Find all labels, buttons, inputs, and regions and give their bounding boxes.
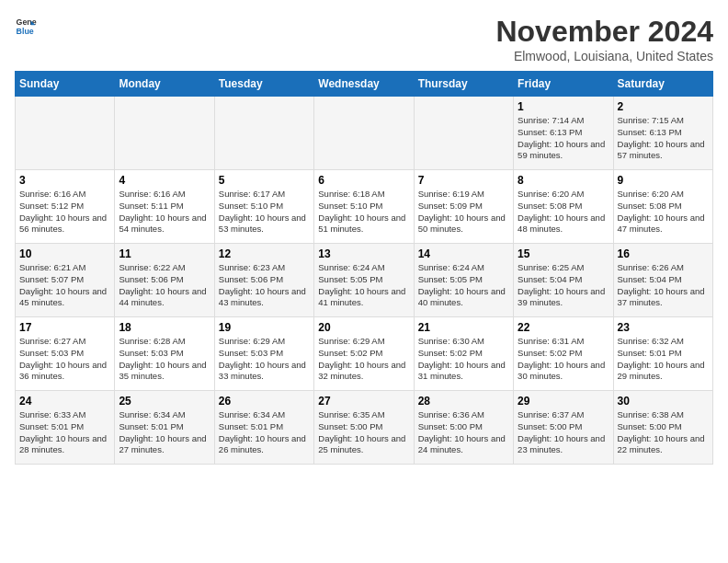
day-details: Sunrise: 6:24 AM Sunset: 5:05 PM Dayligh… (418, 262, 509, 309)
day-number: 9 (618, 174, 709, 187)
day-details: Sunrise: 6:18 AM Sunset: 5:10 PM Dayligh… (318, 189, 409, 236)
day-number: 28 (418, 395, 509, 408)
day-number: 27 (318, 395, 409, 408)
calendar-cell: 21Sunrise: 6:30 AM Sunset: 5:02 PM Dayli… (414, 317, 513, 391)
day-number: 20 (318, 321, 409, 334)
calendar-cell: 24Sunrise: 6:33 AM Sunset: 5:01 PM Dayli… (16, 391, 115, 465)
header: General Blue November 2024 Elmwood, Loui… (15, 15, 713, 63)
weekday-header-friday: Friday (514, 72, 613, 97)
day-details: Sunrise: 6:17 AM Sunset: 5:10 PM Dayligh… (219, 189, 310, 236)
day-number: 3 (19, 174, 110, 187)
calendar-cell: 28Sunrise: 6:36 AM Sunset: 5:00 PM Dayli… (414, 391, 513, 465)
calendar-cell: 10Sunrise: 6:21 AM Sunset: 5:07 PM Dayli… (16, 244, 115, 317)
svg-text:Blue: Blue (17, 27, 34, 36)
day-details: Sunrise: 6:29 AM Sunset: 5:03 PM Dayligh… (219, 336, 310, 383)
calendar-week-row: 3Sunrise: 6:16 AM Sunset: 5:12 PM Daylig… (16, 170, 713, 244)
calendar-cell: 2Sunrise: 7:15 AM Sunset: 6:13 PM Daylig… (613, 97, 712, 170)
day-details: Sunrise: 6:21 AM Sunset: 5:07 PM Dayligh… (19, 262, 110, 309)
calendar-cell: 22Sunrise: 6:31 AM Sunset: 5:02 PM Dayli… (514, 317, 613, 391)
title-area: November 2024 Elmwood, Louisiana, United… (495, 15, 713, 63)
day-details: Sunrise: 6:20 AM Sunset: 5:08 PM Dayligh… (518, 189, 609, 236)
day-details: Sunrise: 6:30 AM Sunset: 5:02 PM Dayligh… (418, 336, 509, 383)
calendar-cell (214, 97, 313, 170)
month-title: November 2024 (495, 15, 713, 49)
weekday-header-thursday: Thursday (414, 72, 513, 97)
calendar-table: SundayMondayTuesdayWednesdayThursdayFrid… (15, 71, 713, 465)
day-number: 16 (618, 247, 709, 260)
day-details: Sunrise: 6:22 AM Sunset: 5:06 PM Dayligh… (119, 262, 210, 309)
day-number: 8 (518, 174, 609, 187)
day-number: 14 (418, 247, 509, 260)
day-details: Sunrise: 6:28 AM Sunset: 5:03 PM Dayligh… (119, 336, 210, 383)
day-details: Sunrise: 6:35 AM Sunset: 5:00 PM Dayligh… (318, 409, 409, 456)
day-details: Sunrise: 6:16 AM Sunset: 5:12 PM Dayligh… (19, 189, 110, 236)
calendar-cell: 14Sunrise: 6:24 AM Sunset: 5:05 PM Dayli… (414, 244, 513, 317)
day-details: Sunrise: 6:36 AM Sunset: 5:00 PM Dayligh… (418, 409, 509, 456)
calendar-week-row: 1Sunrise: 7:14 AM Sunset: 6:13 PM Daylig… (16, 97, 713, 170)
calendar-cell: 6Sunrise: 6:18 AM Sunset: 5:10 PM Daylig… (314, 170, 414, 244)
calendar-cell: 17Sunrise: 6:27 AM Sunset: 5:03 PM Dayli… (16, 317, 115, 391)
calendar-cell: 15Sunrise: 6:25 AM Sunset: 5:04 PM Dayli… (514, 244, 613, 317)
day-details: Sunrise: 6:25 AM Sunset: 5:04 PM Dayligh… (518, 262, 609, 309)
calendar-week-row: 10Sunrise: 6:21 AM Sunset: 5:07 PM Dayli… (16, 244, 713, 317)
day-number: 7 (418, 174, 509, 187)
day-number: 13 (318, 247, 409, 260)
weekday-header-row: SundayMondayTuesdayWednesdayThursdayFrid… (16, 72, 713, 97)
day-details: Sunrise: 6:24 AM Sunset: 5:05 PM Dayligh… (318, 262, 409, 309)
day-number: 25 (119, 395, 210, 408)
weekday-header-sunday: Sunday (16, 72, 115, 97)
day-details: Sunrise: 6:20 AM Sunset: 5:08 PM Dayligh… (618, 189, 709, 236)
location-subtitle: Elmwood, Louisiana, United States (495, 49, 713, 63)
day-number: 6 (318, 174, 409, 187)
day-details: Sunrise: 6:16 AM Sunset: 5:11 PM Dayligh… (119, 189, 210, 236)
day-number: 10 (19, 247, 110, 260)
weekday-header-tuesday: Tuesday (214, 72, 313, 97)
day-number: 26 (219, 395, 310, 408)
day-number: 23 (618, 321, 709, 334)
calendar-cell: 25Sunrise: 6:34 AM Sunset: 5:01 PM Dayli… (115, 391, 214, 465)
calendar-week-row: 24Sunrise: 6:33 AM Sunset: 5:01 PM Dayli… (16, 391, 713, 465)
calendar-cell: 18Sunrise: 6:28 AM Sunset: 5:03 PM Dayli… (115, 317, 214, 391)
day-number: 2 (618, 100, 709, 113)
calendar-cell: 20Sunrise: 6:29 AM Sunset: 5:02 PM Dayli… (314, 317, 414, 391)
calendar-cell: 30Sunrise: 6:38 AM Sunset: 5:00 PM Dayli… (613, 391, 712, 465)
calendar-cell (414, 97, 513, 170)
calendar-cell: 9Sunrise: 6:20 AM Sunset: 5:08 PM Daylig… (613, 170, 712, 244)
calendar-cell: 27Sunrise: 6:35 AM Sunset: 5:00 PM Dayli… (314, 391, 414, 465)
day-details: Sunrise: 7:14 AM Sunset: 6:13 PM Dayligh… (518, 115, 609, 162)
day-details: Sunrise: 6:27 AM Sunset: 5:03 PM Dayligh… (19, 336, 110, 383)
day-number: 21 (418, 321, 509, 334)
calendar-cell: 7Sunrise: 6:19 AM Sunset: 5:09 PM Daylig… (414, 170, 513, 244)
day-details: Sunrise: 6:31 AM Sunset: 5:02 PM Dayligh… (518, 336, 609, 383)
calendar-week-row: 17Sunrise: 6:27 AM Sunset: 5:03 PM Dayli… (16, 317, 713, 391)
calendar-cell: 23Sunrise: 6:32 AM Sunset: 5:01 PM Dayli… (613, 317, 712, 391)
calendar-cell: 1Sunrise: 7:14 AM Sunset: 6:13 PM Daylig… (514, 97, 613, 170)
calendar-cell: 19Sunrise: 6:29 AM Sunset: 5:03 PM Dayli… (214, 317, 313, 391)
calendar-cell: 29Sunrise: 6:37 AM Sunset: 5:00 PM Dayli… (514, 391, 613, 465)
calendar-cell: 26Sunrise: 6:34 AM Sunset: 5:01 PM Dayli… (214, 391, 313, 465)
calendar-cell: 4Sunrise: 6:16 AM Sunset: 5:11 PM Daylig… (115, 170, 214, 244)
day-number: 11 (119, 247, 210, 260)
calendar-cell: 12Sunrise: 6:23 AM Sunset: 5:06 PM Dayli… (214, 244, 313, 317)
day-number: 15 (518, 247, 609, 260)
day-details: Sunrise: 7:15 AM Sunset: 6:13 PM Dayligh… (618, 115, 709, 162)
calendar-cell: 3Sunrise: 6:16 AM Sunset: 5:12 PM Daylig… (16, 170, 115, 244)
day-details: Sunrise: 6:34 AM Sunset: 5:01 PM Dayligh… (119, 409, 210, 456)
weekday-header-wednesday: Wednesday (314, 72, 414, 97)
day-details: Sunrise: 6:29 AM Sunset: 5:02 PM Dayligh… (318, 336, 409, 383)
day-number: 19 (219, 321, 310, 334)
day-number: 5 (219, 174, 310, 187)
calendar-cell: 13Sunrise: 6:24 AM Sunset: 5:05 PM Dayli… (314, 244, 414, 317)
svg-text:General: General (17, 17, 37, 27)
day-details: Sunrise: 6:37 AM Sunset: 5:00 PM Dayligh… (518, 409, 609, 456)
calendar-cell: 11Sunrise: 6:22 AM Sunset: 5:06 PM Dayli… (115, 244, 214, 317)
weekday-header-monday: Monday (115, 72, 214, 97)
calendar-cell: 16Sunrise: 6:26 AM Sunset: 5:04 PM Dayli… (613, 244, 712, 317)
weekday-header-saturday: Saturday (613, 72, 712, 97)
day-number: 1 (518, 100, 609, 113)
logo-icon: General Blue (15, 15, 37, 37)
day-number: 12 (219, 247, 310, 260)
logo: General Blue (15, 15, 37, 37)
day-number: 30 (618, 395, 709, 408)
calendar-cell (314, 97, 414, 170)
